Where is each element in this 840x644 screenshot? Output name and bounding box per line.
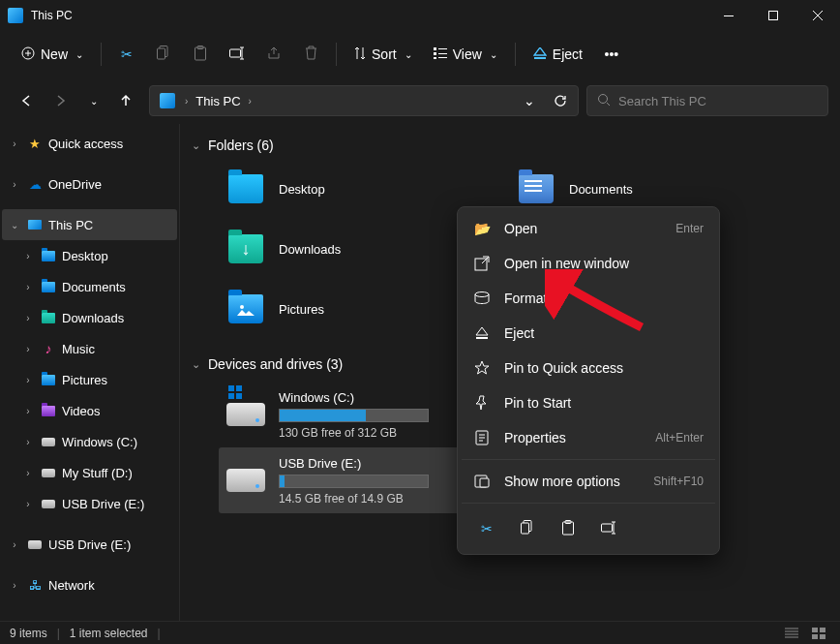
expand-icon[interactable]: › [8,138,21,149]
view-button[interactable]: View ⌄ [424,37,507,72]
cut-button[interactable]: ✂ [109,37,144,72]
ctx-open[interactable]: 📂 Open Enter [462,211,715,246]
maximize-button[interactable] [751,0,795,31]
ctx-show-more[interactable]: Show more options Shift+F10 [462,464,715,499]
eject-button[interactable]: Eject [524,37,592,72]
address-dropdown-button[interactable]: ⌄ [516,87,543,114]
folder-icon [41,279,56,294]
sidebar-item-desktop[interactable]: › Desktop [2,240,177,271]
paste-button[interactable] [183,37,218,72]
music-icon: ♪ [41,341,56,356]
sort-button[interactable]: Sort ⌄ [345,37,422,72]
expand-icon[interactable]: › [8,179,21,190]
details-view-button[interactable] [780,624,803,643]
refresh-button[interactable] [547,87,574,114]
sidebar-item-downloads[interactable]: › Downloads [2,302,177,333]
window-title: This PC [31,9,706,22]
app-icon [8,8,23,23]
svg-rect-0 [724,15,734,16]
toolbar: New ⌄ ✂ Sort ⌄ View ⌄ Eject ••• [0,31,840,77]
new-button[interactable]: New ⌄ [12,37,93,72]
expand-icon[interactable]: › [21,282,35,292]
expand-icon[interactable]: › [21,406,35,416]
address-segment[interactable]: This PC [192,94,244,108]
forward-button[interactable] [45,85,75,116]
up-button[interactable] [110,85,141,116]
eject-icon [473,324,491,342]
sidebar-item-documents[interactable]: › Documents [2,271,177,302]
pin-icon [473,394,491,412]
plus-icon [21,46,35,63]
ctx-cut-button[interactable]: ✂ [469,511,504,546]
search-input[interactable] [618,94,818,108]
chevron-down-icon: ⌄ [524,93,535,108]
back-button[interactable] [12,85,43,116]
ctx-properties[interactable]: Properties Alt+Enter [462,420,715,455]
copy-button[interactable] [146,37,181,72]
delete-button[interactable] [293,37,328,72]
expand-icon[interactable]: › [21,499,35,509]
navigation-row: ⌄ › This PC › ⌄ [0,77,840,124]
sidebar-item-quick-access[interactable]: › ★ Quick access [2,128,177,159]
expand-icon[interactable]: › [21,375,35,385]
ctx-pin-start[interactable]: Pin to Start [462,385,715,420]
sidebar-item-pictures[interactable]: › Pictures [2,364,177,395]
chevron-right-icon[interactable]: › [181,96,192,107]
ctx-pin-quick-access[interactable]: Pin to Quick access [462,351,715,385]
drive-icon [226,395,265,434]
address-bar[interactable]: › This PC › ⌄ [149,85,579,116]
drive-usb-e[interactable]: USB Drive (E:) 14.5 GB free of 14.9 GB [219,447,461,513]
expand-icon[interactable]: › [8,539,21,550]
svg-rect-1 [769,12,778,20]
expand-icon[interactable]: › [21,437,35,447]
scissors-icon: ✂ [121,46,133,62]
rename-button[interactable] [220,37,255,72]
expand-icon[interactable]: › [21,468,35,478]
context-menu: 📂 Open Enter Open in new window Format..… [457,206,720,555]
close-button[interactable] [795,0,840,31]
clipboard-icon [195,46,206,64]
svg-rect-9 [434,52,436,55]
sidebar-item-windows-c[interactable]: › Windows (C:) [2,426,177,457]
folder-downloads[interactable]: ↓ Downloads [219,223,490,275]
ctx-paste-button[interactable] [551,511,585,546]
sidebar-item-my-stuff[interactable]: › My Stuff (D:) [2,457,177,488]
expand-icon[interactable]: › [21,344,35,354]
section-header-folders[interactable]: ⌄ Folders (6) [180,132,840,159]
expand-icon[interactable]: › [8,580,21,591]
ctx-format[interactable]: Format... [462,281,715,316]
ctx-rename-button[interactable] [591,511,626,546]
folder-icon [41,310,56,325]
ctx-copy-button[interactable] [510,511,545,546]
sidebar-item-onedrive[interactable]: › ☁ OneDrive [2,169,177,199]
status-item-count: 9 items [10,627,47,640]
chevron-right-icon[interactable]: › [245,96,255,107]
svg-rect-35 [820,634,825,639]
sidebar-item-network[interactable]: › 🖧 Network [2,569,177,600]
minimize-button[interactable] [706,0,751,31]
sidebar-item-usb-drive[interactable]: › USB Drive (E:) [2,488,177,519]
ctx-open-new-window[interactable]: Open in new window [462,246,715,281]
collapse-icon[interactable]: ⌄ [8,220,21,230]
sidebar-item-music[interactable]: › ♪ Music [2,333,177,364]
cloud-icon: ☁ [27,176,43,192]
expand-icon[interactable]: › [21,251,35,261]
svg-rect-20 [236,393,242,399]
ctx-eject[interactable]: Eject [462,316,715,351]
drive-icon [27,537,43,552]
expand-icon[interactable]: › [21,313,35,323]
chevron-down-icon: ⌄ [192,358,200,371]
search-box[interactable] [586,85,828,116]
folder-pictures[interactable]: Pictures [219,283,490,335]
show-more-icon [473,473,491,490]
tiles-view-button[interactable] [807,624,830,643]
separator [462,459,715,460]
svg-rect-19 [228,393,234,399]
sidebar-item-videos[interactable]: › Videos [2,395,177,426]
share-button[interactable] [256,37,291,72]
sidebar-item-this-pc[interactable]: ⌄ This PC [2,209,177,240]
more-button[interactable]: ••• [594,37,629,72]
recent-button[interactable]: ⌄ [77,85,108,116]
sidebar-item-usb-drive-root[interactable]: › USB Drive (E:) [2,529,177,560]
folder-desktop[interactable]: Desktop [219,163,490,215]
